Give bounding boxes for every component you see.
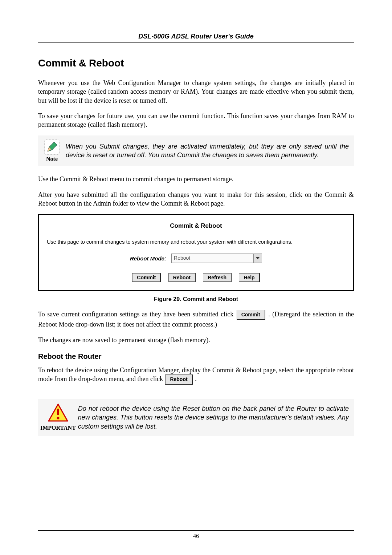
svg-point-5 [57,417,59,420]
text-fragment: To save current configuration settings a… [38,311,236,318]
body-paragraph: Whenever you use the Web Configuration M… [38,78,354,105]
body-paragraph: To save current configuration settings a… [38,310,354,329]
body-paragraph: To save your changes for future use, you… [38,112,354,129]
ui-button-row: Commit Reboot Refresh Help [47,273,345,282]
commit-reboot-screenshot: Commit & Reboot Use this page to commit … [38,214,354,291]
text-fragment: . [195,375,197,382]
inline-reboot-button[interactable]: Reboot [165,374,192,385]
body-paragraph: To reboot the device using the Configura… [38,366,354,385]
ui-title: Commit & Reboot [47,222,345,230]
refresh-button[interactable]: Refresh [203,273,232,282]
page-header-title: DSL-500G ADSL Router User's Guide [38,33,354,40]
header-rule [38,42,354,43]
note-text: When you Submit changes, they are activa… [66,137,354,165]
commit-button[interactable]: Commit [132,273,161,282]
footer-rule [38,530,354,531]
subsection-heading: Reboot the Router [38,352,354,361]
svg-rect-4 [57,409,59,415]
important-icon-cell: IMPORTANT [38,399,78,436]
note-icon-cell: Note [38,135,66,166]
inline-commit-button[interactable]: Commit [237,310,265,320]
body-paragraph: The changes are now saved to permanent s… [38,336,354,344]
warning-icon [48,404,68,422]
figure-caption: Figure 29. Commit and Reboot [38,296,354,303]
pencil-icon [44,139,60,155]
ui-description: Use this page to commit changes to syste… [47,239,345,245]
body-paragraph: After you have submitted all the configu… [38,190,354,208]
help-button[interactable]: Help [239,273,260,282]
document-page: DSL-500G ADSL Router User's Guide Commit… [0,0,392,555]
chevron-down-icon [256,257,260,259]
reboot-mode-label: Reboot Mode: [130,255,166,262]
reboot-button[interactable]: Reboot [168,273,196,282]
body-paragraph: Use the Commit & Reboot menu to commit c… [38,175,354,183]
note-label: Note [44,156,60,162]
reboot-mode-row: Reboot Mode: Reboot [47,254,345,263]
reboot-mode-selected-value: Reboot [172,254,253,263]
reboot-mode-dropdown-button[interactable] [253,254,262,263]
section-heading: Commit & Reboot [38,57,354,69]
page-number: 46 [38,533,354,539]
important-label: IMPORTANT [40,425,76,431]
note-callout: Note When you Submit changes, they are a… [38,135,354,166]
important-text: Do not reboot the device using the Reset… [78,399,354,436]
important-callout: IMPORTANT Do not reboot the device using… [38,399,354,436]
reboot-mode-select[interactable]: Reboot [171,254,262,263]
